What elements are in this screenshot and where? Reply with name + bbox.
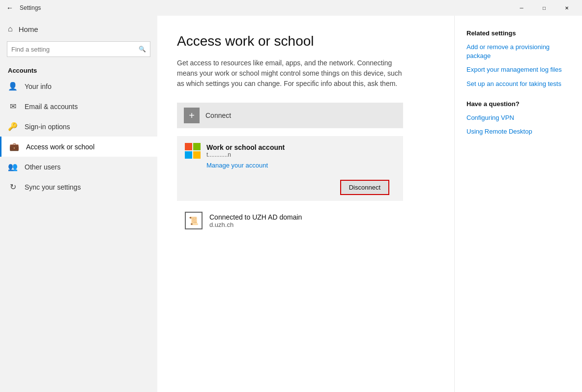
account-card: Work or school account t............n Ma… bbox=[177, 136, 403, 201]
email-icon: ✉ bbox=[8, 102, 18, 111]
ms-logo-yellow bbox=[193, 151, 201, 159]
sidebar-item-label: Email & accounts bbox=[25, 103, 78, 111]
titlebar-title: Settings bbox=[20, 4, 510, 11]
page-title: Access work or school bbox=[177, 33, 435, 49]
search-icon: 🔍 bbox=[139, 46, 146, 53]
disconnect-row: Disconnect bbox=[185, 175, 395, 201]
home-icon: ⌂ bbox=[8, 25, 13, 33]
work-icon: 💼 bbox=[9, 142, 19, 151]
your-info-icon: 👤 bbox=[8, 82, 18, 91]
search-input[interactable] bbox=[11, 46, 139, 53]
connect-label: Connect bbox=[205, 112, 231, 119]
sidebar-item-label: Access work or school bbox=[26, 143, 94, 151]
sidebar-item-other-users[interactable]: 👥 Other users bbox=[0, 157, 157, 177]
sidebar-item-label: Sign-in options bbox=[25, 123, 70, 131]
account-info: Work or school account t............n bbox=[206, 143, 285, 158]
sidebar-item-sync-settings[interactable]: ↻ Sync your settings bbox=[0, 177, 157, 197]
maximize-button[interactable]: □ bbox=[533, 0, 555, 16]
related-settings-title: Related settings bbox=[466, 29, 570, 37]
domain-title: Connected to UZH AD domain bbox=[209, 213, 302, 221]
ms-logo-green bbox=[193, 143, 201, 150]
disconnect-button[interactable]: Disconnect bbox=[340, 180, 389, 195]
back-button[interactable]: ← bbox=[4, 2, 16, 14]
account-email: t............n bbox=[206, 151, 285, 158]
ms-logo-blue bbox=[185, 151, 192, 159]
domain-card: 📜 Connected to UZH AD domain d.uzh.ch bbox=[177, 205, 403, 236]
ms-logo bbox=[185, 143, 201, 159]
sidebar: ⌂ Home 🔍 Accounts 👤 Your info ✉ Email & … bbox=[0, 16, 157, 392]
sidebar-item-sign-in[interactable]: 🔑 Sign-in options bbox=[0, 116, 157, 137]
manage-account-link[interactable]: Manage your account bbox=[185, 162, 395, 169]
provisioning-link[interactable]: Add or remove a provisioning package bbox=[466, 43, 570, 60]
content-area: Access work or school Get access to reso… bbox=[157, 16, 454, 392]
sidebar-item-access-work[interactable]: 💼 Access work or school bbox=[0, 137, 157, 157]
main-layout: ⌂ Home 🔍 Accounts 👤 Your info ✉ Email & … bbox=[0, 16, 582, 392]
vpn-link[interactable]: Configuring VPN bbox=[466, 113, 570, 122]
titlebar-controls: ─ □ ✕ bbox=[510, 0, 578, 16]
close-button[interactable]: ✕ bbox=[555, 0, 578, 16]
sync-icon: ↻ bbox=[8, 182, 18, 192]
domain-icon: 📜 bbox=[185, 212, 203, 229]
test-account-link[interactable]: Set up an account for taking tests bbox=[466, 80, 570, 88]
sidebar-item-your-info[interactable]: 👤 Your info bbox=[0, 76, 157, 96]
sidebar-item-label: Other users bbox=[25, 163, 60, 171]
home-nav-item[interactable]: ⌂ Home bbox=[0, 20, 157, 38]
have-question-title: Have a question? bbox=[466, 100, 570, 108]
domain-value: d.uzh.ch bbox=[209, 221, 302, 228]
remote-desktop-link[interactable]: Using Remote Desktop bbox=[466, 127, 570, 136]
account-name: Work or school account bbox=[206, 143, 285, 151]
other-users-icon: 👥 bbox=[8, 162, 18, 171]
connect-button[interactable]: + Connect bbox=[177, 103, 403, 128]
account-card-header: Work or school account t............n bbox=[185, 143, 395, 159]
page-description: Get access to resources like email, apps… bbox=[177, 58, 403, 89]
right-panel: Related settings Add or remove a provisi… bbox=[454, 16, 582, 392]
home-label: Home bbox=[19, 25, 38, 33]
plus-icon: + bbox=[184, 108, 200, 123]
minimize-button[interactable]: ─ bbox=[510, 0, 533, 16]
section-title: Accounts bbox=[0, 63, 157, 76]
ms-logo-red bbox=[185, 143, 192, 150]
titlebar: ← Settings ─ □ ✕ bbox=[0, 0, 582, 16]
sidebar-item-email-accounts[interactable]: ✉ Email & accounts bbox=[0, 96, 157, 116]
sidebar-item-label: Your info bbox=[25, 83, 52, 90]
mgmt-log-link[interactable]: Export your management log files bbox=[466, 65, 570, 74]
sign-in-icon: 🔑 bbox=[8, 122, 18, 131]
domain-info: Connected to UZH AD domain d.uzh.ch bbox=[209, 213, 302, 228]
sidebar-item-label: Sync your settings bbox=[25, 183, 81, 191]
search-box: 🔍 bbox=[7, 41, 150, 57]
